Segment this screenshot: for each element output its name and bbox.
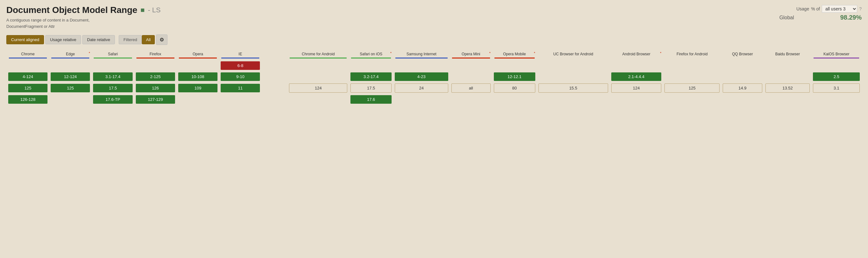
- th-chrome-label: Chrome: [9, 52, 47, 56]
- title-text: Document Object Model Range: [6, 5, 137, 15]
- edge-asterisk: *: [89, 51, 90, 55]
- global-label: Global: [779, 15, 794, 21]
- th-divider: [262, 50, 287, 60]
- cell-baidu-empty: [764, 71, 811, 82]
- cell-opera-empty: [177, 94, 219, 105]
- cell: [764, 61, 811, 71]
- th-chrome-android-label: Chrome for Android: [290, 52, 347, 56]
- cell-opera-range: 10-108: [177, 71, 219, 82]
- th-edge-label: Edge: [51, 52, 89, 56]
- cell-opera-mobile-empty2: [493, 94, 536, 105]
- cell-ie-range: 9-10: [219, 71, 261, 82]
- th-opera-mini: * Opera Mini: [450, 50, 492, 60]
- cell-edge-empty: [50, 94, 91, 105]
- title-icon: ■: [141, 6, 145, 14]
- filter-group: Filtered All: [119, 35, 155, 44]
- th-baidu-browser: Baidu Browser: [764, 50, 811, 60]
- safari-ios-asterisk: *: [390, 51, 392, 55]
- opera-mobile-asterisk: *: [534, 51, 535, 55]
- th-qq-browser: QQ Browser: [721, 50, 763, 60]
- all-button[interactable]: All: [142, 35, 154, 44]
- cell-android-browser-range: 2.1-4.4.4: [610, 71, 662, 82]
- cell: [493, 61, 536, 71]
- settings-button[interactable]: ⚙: [156, 34, 167, 45]
- title-suffix: - LS: [148, 6, 160, 14]
- th-ie-label: IE: [221, 52, 259, 56]
- cell: [812, 61, 861, 71]
- cell-kaios-empty2: [812, 94, 861, 105]
- global-value: 98.29%: [840, 14, 862, 21]
- cell-ie-11: 11: [219, 82, 261, 94]
- th-uc-browser-label: UC Browser for Android: [539, 52, 608, 56]
- title-section: Document Object Model Range ■ - LS A con…: [6, 5, 160, 29]
- cell-chrome-range: 4-124: [7, 71, 49, 82]
- subtitle-line1: A contiguous range of content in a Docum…: [6, 17, 160, 24]
- cell-opera-mobile-range: 12-12.1: [493, 71, 536, 82]
- th-chrome: Chrome: [7, 50, 49, 60]
- usage-relative-button[interactable]: Usage relative: [45, 35, 81, 44]
- global-row: Global 98.29%: [779, 14, 862, 21]
- th-firefox-android-label: Firefox for Android: [665, 52, 719, 56]
- th-ie: IE: [219, 50, 261, 60]
- cell-edge-125: 125: [50, 82, 91, 94]
- cell: [50, 61, 91, 71]
- cell: [177, 61, 219, 71]
- cell-ff-android-125: 125: [663, 82, 721, 94]
- cell-android-browser-124: 124: [610, 82, 662, 94]
- cell: [537, 61, 609, 71]
- th-samsung: Samsung Internet: [394, 50, 449, 60]
- subtitle: A contiguous range of content in a Docum…: [6, 17, 160, 29]
- th-firefox: Firefox: [134, 50, 176, 60]
- cell-baidu-empty2: [764, 94, 811, 105]
- cell-safari-ios-range: 3.2-17.4: [349, 71, 393, 82]
- th-kaios-browser-label: KaiOS Browser: [813, 52, 859, 56]
- users-select[interactable]: all users 3: [822, 5, 857, 13]
- opera-mini-asterisk: *: [489, 51, 490, 55]
- th-opera-mobile: * Opera Mobile: [493, 50, 536, 60]
- cell-uc-empty: [537, 71, 609, 82]
- cell: [134, 61, 176, 71]
- cell-chrome-android-empty2: [288, 94, 348, 105]
- usage-label-row: Usage % of all users 3 ?: [779, 5, 862, 13]
- cell: [92, 61, 133, 71]
- cell-samsung-24: 24: [394, 82, 449, 94]
- date-relative-button[interactable]: Date relative: [82, 35, 115, 44]
- th-opera-label: Opera: [179, 52, 217, 56]
- cell-safari-range: 3.1-17.4: [92, 71, 133, 82]
- cell-chrome-125: 125: [7, 82, 49, 94]
- cell-samsung-empty2: [394, 94, 449, 105]
- th-safari-ios-label: Safari on iOS: [351, 52, 391, 56]
- th-qq-browser-label: QQ Browser: [723, 52, 761, 56]
- table-row: 125 125 17.5 126 109 11 124 17.5 24 all …: [7, 82, 861, 94]
- cell-baidu-1352: 13.52: [764, 82, 811, 94]
- cell-firefox-range: 2-125: [134, 71, 176, 82]
- usage-help-icon[interactable]: ?: [859, 6, 862, 11]
- cell-chrome-126-128: 126-128: [7, 94, 49, 105]
- cell-opera-mini-empty2: [450, 94, 492, 105]
- cell-qq-empty2: [721, 94, 763, 105]
- cell: [721, 61, 763, 71]
- filtered-button[interactable]: Filtered: [119, 35, 142, 44]
- cell: [349, 61, 393, 71]
- cell-samsung-range: 4-23: [394, 71, 449, 82]
- cell-edge-range: 12-124: [50, 71, 91, 82]
- cell-ff-android-empty: [663, 71, 721, 82]
- cell: [394, 61, 449, 71]
- th-opera-mobile-label: Opera Mobile: [494, 52, 535, 56]
- th-firefox-label: Firefox: [136, 52, 175, 56]
- current-aligned-button[interactable]: Current aligned: [6, 35, 44, 44]
- cell-kaios-range: 2.5: [812, 71, 861, 82]
- th-safari: Safari: [92, 50, 133, 60]
- divider-cell: [262, 82, 287, 94]
- th-kaios-browser: KaiOS Browser: [812, 50, 861, 60]
- th-safari-label: Safari: [94, 52, 132, 56]
- header-row: Document Object Model Range ■ - LS A con…: [6, 5, 862, 29]
- usage-section: Usage % of all users 3 ? Global 98.29%: [779, 5, 862, 21]
- page-title: Document Object Model Range ■ - LS: [6, 5, 160, 15]
- th-firefox-android: Firefox for Android: [663, 50, 721, 60]
- table-row: 6-8: [7, 61, 861, 71]
- divider-cell: [262, 71, 287, 82]
- cell-kaios-31: 3.1: [812, 82, 861, 94]
- th-edge: * Edge: [50, 50, 91, 60]
- divider-cell: [262, 61, 287, 71]
